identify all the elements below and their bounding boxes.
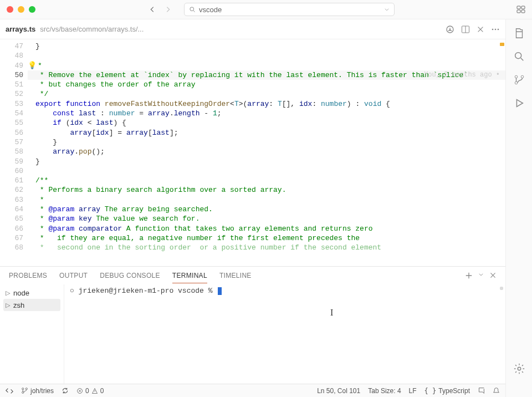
code-line: /** — [28, 176, 505, 185]
explorer-icon[interactable] — [513, 27, 525, 39]
bottom-panel: PROBLEMS OUTPUT DEBUG CONSOLE TERMINAL T… — [0, 266, 505, 384]
branch-name-label: joh/tries — [30, 387, 54, 395]
code-line: * but changes the order of the array — [28, 80, 505, 89]
terminal-item-node[interactable]: ▷ node — [3, 287, 60, 299]
nav-back-button[interactable] — [146, 3, 158, 16]
terminal-list: ▷ node ▷ zsh — [0, 284, 64, 384]
code-line — [28, 166, 505, 176]
window-controls — [7, 6, 35, 13]
close-window-button[interactable] — [7, 6, 13, 13]
line-number-gutter: 474849 50 51525354 55565758 59606162 636… — [0, 39, 28, 266]
terminal-label: node — [13, 289, 29, 297]
search-icon — [189, 6, 196, 13]
close-tab-icon[interactable] — [477, 26, 484, 33]
command-center-search[interactable]: vscode — [184, 3, 395, 16]
svg-point-15 — [515, 75, 518, 78]
activity-bar — [505, 19, 532, 397]
svg-point-16 — [515, 82, 518, 84]
tab-debug[interactable]: DEBUG CONSOLE — [100, 272, 160, 279]
svg-rect-2 — [521, 6, 525, 9]
sync-status[interactable] — [62, 387, 69, 394]
svg-point-7 — [492, 28, 494, 30]
code-line: * — [28, 195, 505, 205]
svg-point-17 — [521, 75, 524, 78]
source-control-icon[interactable] — [513, 74, 525, 86]
toggle-changes-icon[interactable] — [446, 25, 454, 34]
code-line: } — [28, 157, 505, 166]
editor-tab-bar: arrays.ts src/vs/base/common/arrays.ts/.… — [0, 19, 505, 39]
code-line: 💡* — [28, 61, 505, 70]
terminal-cursor — [218, 287, 222, 295]
terminal-view[interactable]: ○ jrieken@jrieken-m1-pro vscode % I — [64, 284, 505, 384]
svg-point-12 — [25, 388, 27, 390]
terminal-prompt: jrieken@jrieken-m1-pro vscode % — [79, 287, 213, 295]
search-icon[interactable] — [513, 50, 525, 63]
nav-forward-button[interactable] — [162, 3, 174, 16]
code-line: export function removeFastWithoutKeeping… — [28, 99, 505, 109]
terminal-icon: ▷ — [6, 302, 10, 309]
svg-point-14 — [515, 53, 521, 59]
code-line: * if they are equal, a negative number i… — [28, 233, 505, 243]
svg-rect-4 — [521, 10, 525, 13]
svg-point-18 — [518, 367, 521, 370]
problems-status[interactable]: 0 0 — [76, 387, 104, 395]
git-blame-annotation: You, 2 months ago • — [424, 70, 500, 80]
terminal-dropdown-icon[interactable] — [478, 272, 484, 279]
tab-filename[interactable]: arrays.ts — [6, 25, 35, 33]
code-line: } — [28, 138, 505, 147]
code-editor[interactable]: 474849 50 51525354 55565758 59606162 636… — [0, 39, 505, 266]
svg-point-0 — [190, 7, 194, 11]
svg-point-11 — [22, 391, 24, 393]
warning-count-label: 0 — [100, 387, 104, 395]
nav-arrows — [146, 3, 174, 16]
error-count-label: 0 — [85, 387, 89, 395]
code-line: */ — [28, 89, 505, 99]
more-actions-icon[interactable] — [491, 25, 500, 34]
tab-size-status[interactable]: Tab Size: 4 — [368, 387, 401, 395]
remote-indicator[interactable] — [6, 387, 13, 395]
code-line: * second one in the sorting order or a p… — [28, 243, 505, 252]
settings-gear-icon[interactable] — [513, 363, 525, 375]
lightbulb-icon[interactable]: 💡 — [28, 62, 37, 70]
terminal-scrollbar[interactable] — [500, 287, 503, 290]
code-line: array[idx] = array[last]; — [28, 128, 505, 138]
titlebar: vscode — [0, 0, 532, 19]
git-branch-status[interactable]: joh/tries — [21, 387, 54, 395]
code-line: const last : number = array.length - 1; — [28, 109, 505, 118]
terminal-prompt-line: ○ jrieken@jrieken-m1-pro vscode % — [70, 287, 500, 295]
code-line: } — [28, 42, 505, 51]
code-content[interactable]: } 💡* * Remove the element at `index` by … — [28, 39, 505, 266]
chevron-down-icon — [384, 7, 390, 12]
close-panel-icon[interactable] — [489, 272, 497, 279]
run-debug-icon[interactable] — [513, 97, 525, 109]
code-line: * Remove the element at `index` by repla… — [28, 70, 505, 80]
minimize-window-button[interactable] — [18, 6, 24, 13]
svg-point-9 — [498, 28, 499, 30]
cursor-position-status[interactable]: Ln 50, Col 101 — [317, 387, 360, 395]
split-editor-icon[interactable] — [461, 25, 470, 34]
feedback-icon[interactable] — [478, 387, 485, 394]
tab-actions — [446, 25, 500, 34]
language-mode-status[interactable]: { } TypeScript — [424, 387, 470, 395]
terminal-item-zsh[interactable]: ▷ zsh — [3, 299, 60, 311]
svg-rect-3 — [517, 10, 520, 13]
terminal-label: zsh — [13, 301, 24, 309]
tab-terminal[interactable]: TERMINAL — [172, 272, 207, 283]
tab-problems[interactable]: PROBLEMS — [9, 272, 47, 279]
status-bar: joh/tries 0 0 Ln 50, Col 101 Tab Size: 4… — [0, 384, 505, 397]
eol-status[interactable]: LF — [409, 387, 417, 395]
tab-timeline[interactable]: TIMELINE — [219, 272, 252, 279]
code-line: * Performs a binary search algorithm ove… — [28, 185, 505, 195]
svg-point-8 — [495, 28, 497, 30]
code-line: if (idx < last) { — [28, 118, 505, 128]
code-line: * @param array The array being searched. — [28, 205, 505, 214]
code-line: array.pop(); — [28, 147, 505, 156]
layout-customize-button[interactable] — [516, 5, 525, 14]
tab-output[interactable]: OUTPUT — [59, 272, 88, 279]
breadcrumb[interactable]: src/vs/base/common/arrays.ts/... — [40, 25, 144, 33]
new-terminal-button[interactable] — [465, 272, 473, 279]
maximize-window-button[interactable] — [29, 6, 35, 13]
panel-tab-bar: PROBLEMS OUTPUT DEBUG CONSOLE TERMINAL T… — [0, 267, 505, 284]
code-line: * @param key The value we search for. — [28, 214, 505, 223]
notifications-icon[interactable] — [493, 387, 500, 394]
